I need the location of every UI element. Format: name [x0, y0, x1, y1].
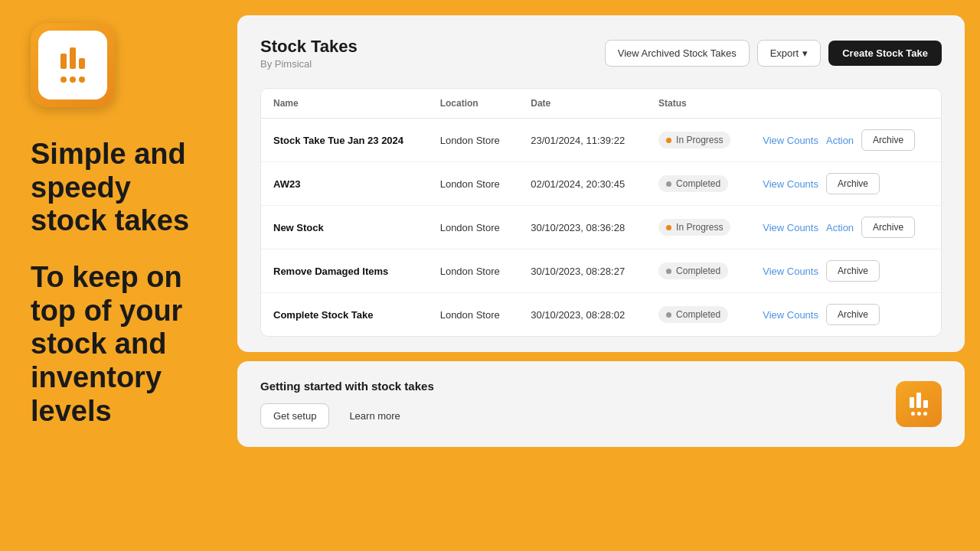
cell-actions: View Counts Action Archive	[750, 119, 941, 162]
archive-button[interactable]: Archive	[826, 304, 880, 325]
archive-button[interactable]: Archive	[861, 129, 915, 151]
cell-date: 30/10/2023, 08:28:27	[518, 249, 646, 293]
col-status: Status	[646, 89, 750, 119]
cell-date: 02/01/2024, 20:30:45	[518, 162, 646, 206]
archive-button[interactable]: Archive	[826, 260, 880, 282]
create-stock-take-button[interactable]: Create Stock Take	[828, 41, 942, 66]
cell-name: Complete Stock Take	[261, 293, 428, 337]
table-row: Stock Take Tue Jan 23 2024 London Store …	[261, 119, 941, 162]
col-actions	[750, 89, 941, 119]
cell-name: Stock Take Tue Jan 23 2024	[261, 119, 428, 162]
cell-location: London Store	[428, 162, 519, 206]
table-header-row: Name Location Date Status	[261, 89, 941, 119]
right-panel: Stock Takes By Pimsical View Archived St…	[237, 0, 980, 551]
cell-date: 23/01/2024, 11:39:22	[518, 119, 646, 162]
main-card: Stock Takes By Pimsical View Archived St…	[237, 15, 965, 352]
cell-name: Remove Damaged Items	[261, 249, 428, 293]
archive-button[interactable]: Archive	[826, 173, 880, 194]
cell-date: 30/10/2023, 08:36:28	[518, 206, 646, 249]
cell-location: London Store	[428, 249, 519, 293]
status-dot-icon	[666, 269, 671, 274]
cell-status: In Progress	[646, 119, 750, 162]
status-badge: Completed	[658, 175, 728, 192]
page-title: Stock Takes	[260, 37, 358, 57]
cell-actions: View Counts Action Archive	[750, 206, 941, 249]
table-row: AW23 London Store 02/01/2024, 20:30:45 C…	[261, 162, 941, 206]
learn-more-button[interactable]: Learn more	[337, 404, 412, 428]
table-row: Complete Stock Take London Store 30/10/2…	[261, 293, 941, 337]
cell-name: New Stock	[261, 206, 428, 249]
cell-date: 30/10/2023, 08:28:02	[518, 293, 646, 337]
stock-takes-table: Name Location Date Status Stock Take Tue…	[260, 88, 942, 337]
status-badge: In Progress	[658, 132, 730, 148]
header-actions: View Archived Stock Takes Export ▾ Creat…	[605, 40, 942, 67]
view-counts-link[interactable]: View Counts	[763, 309, 818, 321]
cell-location: London Store	[428, 206, 519, 249]
cell-location: London Store	[428, 119, 519, 162]
cell-status: Completed	[646, 293, 750, 337]
getting-started-card: Getting started with stock takes Get set…	[237, 361, 965, 447]
archive-button[interactable]: Archive	[861, 217, 915, 238]
chevron-down-icon: ▾	[802, 47, 808, 59]
action-link[interactable]: Action	[826, 135, 854, 146]
card-title-block: Stock Takes By Pimsical	[260, 37, 358, 70]
getting-started-content: Getting started with stock takes Get set…	[260, 380, 434, 429]
table-row: New Stock London Store 30/10/2023, 08:36…	[261, 206, 941, 249]
table-row: Remove Damaged Items London Store 30/10/…	[261, 249, 941, 293]
status-dot-icon	[666, 312, 671, 318]
app-icon	[31, 23, 115, 107]
cell-actions: View Counts Archive	[750, 162, 941, 206]
view-archived-button[interactable]: View Archived Stock Takes	[605, 40, 750, 67]
col-name: Name	[261, 89, 428, 119]
export-label: Export	[770, 47, 799, 59]
status-dot-icon	[666, 225, 671, 230]
getting-started-title: Getting started with stock takes	[260, 380, 434, 393]
getting-started-icon	[896, 381, 942, 427]
subheadline: To keep on top of your stock and invento…	[31, 261, 214, 428]
col-date: Date	[518, 89, 646, 119]
col-location: Location	[428, 89, 519, 119]
get-setup-button[interactable]: Get setup	[260, 403, 329, 429]
view-counts-link[interactable]: View Counts	[763, 222, 818, 233]
card-header: Stock Takes By Pimsical View Archived St…	[260, 37, 942, 70]
status-badge: Completed	[658, 262, 728, 279]
action-link[interactable]: Action	[826, 222, 854, 233]
headline: Simple and speedy stock takes	[31, 138, 214, 238]
cell-name: AW23	[261, 162, 428, 206]
getting-started-actions: Get setup Learn more	[260, 403, 434, 429]
cell-status: Completed	[646, 162, 750, 206]
page-subtitle: By Pimsical	[260, 58, 358, 70]
cell-actions: View Counts Archive	[750, 249, 941, 293]
status-badge: In Progress	[658, 219, 730, 236]
status-dot-icon	[666, 138, 671, 143]
cell-actions: View Counts Archive	[750, 293, 941, 337]
status-badge: Completed	[658, 306, 728, 323]
view-counts-link[interactable]: View Counts	[763, 135, 818, 146]
left-panel: Simple and speedy stock takes To keep on…	[0, 0, 237, 551]
export-button[interactable]: Export ▾	[757, 40, 822, 67]
cell-location: London Store	[428, 293, 519, 337]
view-counts-link[interactable]: View Counts	[763, 266, 818, 277]
view-counts-link[interactable]: View Counts	[763, 178, 818, 190]
cell-status: Completed	[646, 249, 750, 293]
status-dot-icon	[666, 181, 671, 187]
cell-status: In Progress	[646, 206, 750, 249]
